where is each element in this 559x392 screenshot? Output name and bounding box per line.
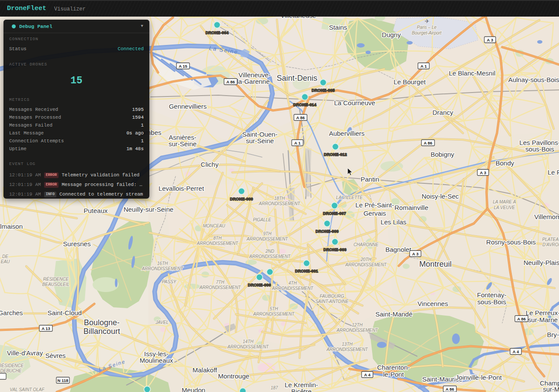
svg-text:D'AVRON: D'AVRON: [542, 242, 559, 247]
svg-text:La Courneuve: La Courneuve: [334, 99, 375, 107]
svg-text:DRONE-001: DRONE-001: [295, 269, 318, 273]
svg-text:A 3: A 3: [487, 38, 493, 42]
svg-text:7TH: 7TH: [216, 280, 225, 285]
svg-text:BEAUSOLEIL: BEAUSOLEIL: [42, 282, 69, 287]
svg-text:Les Lilas: Les Lilas: [380, 218, 406, 226]
svg-text:Le Ra: Le Ra: [548, 168, 559, 176]
svg-text:Dugny: Dugny: [382, 31, 401, 38]
svg-text:A 86: A 86: [445, 387, 454, 392]
svg-text:Aulnay-sous-Bois: Aulnay-sous-Bois: [508, 76, 559, 83]
svg-text:Paris – Le: Paris – Le: [417, 25, 436, 30]
svg-text:LA MARE À: LA MARE À: [493, 199, 516, 204]
svg-text:ARRONDISSEMENT: ARRONDISSEMENT: [336, 328, 378, 333]
svg-text:Gervais: Gervais: [363, 210, 386, 217]
svg-text:sous-Bois: sous-Bois: [525, 145, 554, 153]
svg-text:DRONE-012: DRONE-012: [324, 152, 347, 157]
svg-text:Drancy: Drancy: [432, 109, 453, 116]
svg-text:DRONE-014: DRONE-014: [293, 103, 316, 107]
svg-text:Bry-s: Bry-s: [547, 331, 559, 338]
svg-text:Saint-Denis: Saint-Denis: [276, 74, 317, 83]
svg-text:Noisy-le-Sec: Noisy-le-Sec: [421, 193, 459, 200]
svg-text:Clichy: Clichy: [201, 161, 219, 168]
svg-text:DRONE-008: DRONE-008: [315, 229, 338, 234]
svg-text:18TH: 18TH: [274, 196, 285, 201]
svg-text:A 3: A 3: [412, 251, 418, 256]
svg-text:ARRONDISSEMENT: ARRONDISSEMENT: [197, 241, 238, 246]
svg-text:ARRONDISSEMENT: ARRONDISSEMENT: [199, 285, 241, 290]
svg-text:ARRONDISSEMENT: ARRONDISSEMENT: [253, 312, 295, 316]
svg-text:Romainville: Romainville: [394, 204, 428, 211]
svg-text:Bondy: Bondy: [496, 159, 514, 167]
svg-text:DE: DE: [2, 254, 8, 259]
svg-text:A 13: A 13: [41, 326, 50, 331]
svg-text:ARRONDISSEMENT: ARRONDISSEMENT: [272, 286, 314, 291]
svg-text:Bourget-Airport: Bourget-Airport: [412, 31, 442, 35]
svg-text:Aubervilliers: Aubervilliers: [329, 130, 365, 137]
svg-text:Villemomble: Villemomble: [534, 213, 559, 220]
svg-text:RÉSIDENCE: RÉSIDENCE: [0, 363, 24, 368]
svg-text:A 86: A 86: [226, 79, 235, 84]
svg-text:DRONE-005: DRONE-005: [311, 88, 335, 93]
svg-text:FAUBOURG: FAUBOURG: [320, 294, 344, 299]
svg-text:almaison: almaison: [0, 223, 23, 230]
svg-text:20TH: 20TH: [360, 257, 372, 262]
svg-text:8TH: 8TH: [214, 236, 222, 241]
svg-text:ARRONDISSEMENT: ARRONDISSEMENT: [246, 237, 288, 241]
svg-text:DRONE-004: DRONE-004: [205, 31, 228, 35]
svg-text:Le Perreux-: Le Perreux-: [526, 309, 559, 316]
svg-text:DRONE-006: DRONE-006: [248, 283, 271, 287]
svg-text:A 3: A 3: [480, 170, 486, 175]
svg-text:MONCEAU: MONCEAU: [203, 224, 225, 228]
svg-text:Bicêtre: Bicêtre: [291, 388, 312, 392]
svg-text:Malakoff: Malakoff: [193, 366, 217, 374]
svg-text:sur-Mar: sur-Mar: [543, 385, 559, 392]
svg-text:ARRONDISSEMENT: ARRONDISSEMENT: [345, 262, 387, 267]
svg-text:ARRONDISSEMENT: ARRONDISSEMENT: [141, 266, 183, 271]
svg-text:Moulineaux: Moulineaux: [140, 357, 173, 364]
svg-text:le-Pont: le-Pont: [383, 371, 404, 378]
svg-text:4TH: 4TH: [289, 281, 297, 285]
svg-text:Rosny-sous-Bois: Rosny-sous-Bois: [486, 238, 535, 246]
svg-text:sous-Bois: sous-Bois: [477, 298, 506, 306]
svg-text:la-Garenne: la-Garenne: [237, 78, 269, 85]
svg-text:PASSY: PASSY: [162, 279, 177, 284]
svg-text:Puteaux: Puteaux: [83, 207, 108, 214]
svg-text:A 4: A 4: [364, 372, 371, 377]
svg-text:ARRONDISSEMENT: ARRONDISSEMENT: [227, 344, 269, 349]
svg-text:Saint-Cloud: Saint-Cloud: [48, 309, 82, 316]
svg-text:PIGALLE: PIGALLE: [253, 217, 271, 222]
svg-text:DRONE-009: DRONE-009: [230, 197, 253, 201]
svg-text:14TH: 14TH: [243, 339, 254, 344]
svg-text:N 118: N 118: [58, 378, 69, 383]
svg-text:A 15: A 15: [179, 64, 187, 69]
svg-text:SAINT-ANTOINE: SAINT-ANTOINE: [315, 299, 349, 304]
svg-text:Billancourt: Billancourt: [83, 327, 120, 336]
svg-text:Sèvres: Sèvres: [45, 352, 66, 359]
svg-text:A 1: A 1: [294, 141, 301, 145]
svg-text:Levallois-Perret: Levallois-Perret: [159, 185, 204, 192]
svg-text:Pantin: Pantin: [361, 175, 380, 183]
svg-text:sur-Seine: sur-Seine: [169, 140, 197, 148]
svg-text:VAL SAINT OLAF: VAL SAINT OLAF: [10, 387, 45, 392]
svg-text:ARRONDISSEMENT: ARRONDISSEMENT: [249, 254, 291, 259]
svg-text:A 86: A 86: [424, 141, 432, 145]
svg-text:Ville-d'Avray: Ville-d'Avray: [7, 349, 43, 357]
svg-text:187: 187: [271, 385, 278, 390]
svg-text:LA VEUVE: LA VEUVE: [494, 205, 515, 210]
svg-text:A 4: A 4: [513, 349, 519, 354]
svg-text:5TH: 5TH: [270, 306, 279, 311]
svg-text:Neuilly-Plaisanc: Neuilly-Plaisanc: [524, 259, 559, 266]
svg-text:16TH: 16TH: [157, 261, 168, 266]
svg-text:Joinville-le-Pont: Joinville-le-Pont: [455, 374, 502, 381]
svg-text:Suresnes: Suresnes: [63, 240, 90, 248]
svg-text:Montrouge: Montrouge: [218, 372, 249, 380]
svg-text:✈: ✈: [425, 18, 430, 24]
svg-text:CHARONNE: CHARONNE: [353, 242, 379, 247]
svg-text:A 86: A 86: [296, 115, 305, 120]
svg-text:Le Blanc-Mesnil: Le Blanc-Mesnil: [449, 69, 496, 77]
svg-text:DEBUCHE: DEBUCHE: [0, 368, 22, 373]
svg-text:sur-Seine: sur-Seine: [246, 137, 274, 144]
svg-text:Meudon: Meudon: [182, 386, 205, 392]
svg-text:ARRONDISSEMENT: ARRONDISSEMENT: [259, 201, 300, 206]
svg-text:Villetaneuse: Villetaneuse: [280, 17, 316, 19]
